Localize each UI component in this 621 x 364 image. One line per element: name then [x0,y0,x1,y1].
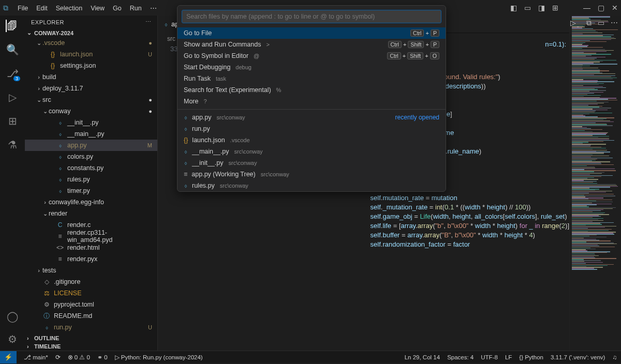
status-bar: ⚡ ⎇ main* ⟳ ⊗ 0 ⚠ 0 ⚭ 0 ▷ Python: Run.py… [0,351,621,363]
window-close-icon[interactable]: ✕ [612,4,618,12]
quick-open-command[interactable]: Run Tasktask [178,73,446,84]
tree-item[interactable]: ⚖LICENSE [25,287,157,299]
tree-item[interactable]: ⬨colors.py [25,151,157,162]
menu-bar: FileEditSelectionViewGoRun [13,4,146,12]
tree-item[interactable]: ≡render.cp311-win_amd64.pyd [25,231,157,242]
quick-open-command[interactable]: Show and Run Commands>Ctrl + Shift + P [178,39,446,50]
menu-file[interactable]: File [13,3,32,14]
tree-item[interactable]: ⓘREADME.md [25,310,157,322]
status-debug-target[interactable]: ▷ Python: Run.py (conway-2024) [115,354,203,361]
status-notifications-icon[interactable]: ♫ [612,354,617,360]
quick-open-file[interactable]: ⬨app.pysrc\conwayrecently opened [178,112,446,123]
tree-item[interactable]: ⬨app.pyM [25,140,157,151]
status-encoding[interactable]: UTF-8 [481,354,498,360]
sidebar-more-icon[interactable]: ⋯ [145,19,152,25]
status-ports[interactable]: ⚭ 0 [97,354,108,361]
title-layout-actions: ◧ ▭ ◨ ⊞ — ▢ ✕ [510,4,618,12]
timeline-section[interactable]: ›TIMELINE [25,342,157,351]
folder-root[interactable]: ⌄CONWAY-2024 [25,28,157,37]
diff-icon[interactable]: ▭ [598,19,604,28]
vscode-logo-icon: ⧉ [3,4,8,12]
quick-open-command[interactable]: Go to Symbol in Editor@Ctrl + Shift + O [178,50,446,62]
quick-open-input[interactable] [186,13,437,20]
tree-item[interactable]: ⌄render [25,208,157,219]
quick-open-input-wrap[interactable] [182,10,441,23]
menu-run[interactable]: Run [126,3,146,14]
quick-open-command[interactable]: Start Debuggingdebug [178,62,446,73]
editor-actions: ▷⌄ ⧉ ▭ ⋯ [570,19,618,28]
activity-bar: 🗐 🔍 ⎇3 ▷ ⊞ ⚗ ◯ ⚙ [0,16,25,351]
extensions-icon[interactable]: ⊞ [6,115,19,127]
minimap[interactable] [569,16,621,351]
run-file-icon[interactable]: ▷⌄ [570,19,580,28]
search-icon[interactable]: 🔍 [6,43,19,56]
layout-panel-icon[interactable]: ▭ [524,4,531,12]
accounts-icon[interactable]: ◯ [6,310,19,323]
status-sync-icon[interactable]: ⟳ [55,354,61,361]
sidebar-title: EXPLORER ⋯ [25,16,157,28]
tree-item[interactable]: {}settings.json [25,60,157,71]
remote-indicator[interactable]: ⚡ [0,351,17,363]
sidebar: EXPLORER ⋯ ⌄CONWAY-2024 ⌄.vscode●{}launc… [25,16,158,351]
code-fragment: n=0.1): [545,40,566,48]
file-tree: ⌄.vscode●{}launch.jsonU{}settings.json›b… [25,37,157,334]
tree-item[interactable]: ⬨run.pyU [25,322,157,333]
menu-go[interactable]: Go [109,3,126,14]
tree-item[interactable]: ≡render.pyx [25,253,157,265]
tree-item[interactable]: ⬨constants.py [25,162,157,174]
quick-open-file[interactable]: ⬨rules.pysrc\conway [178,180,446,191]
editor-more-icon[interactable]: ⋯ [611,19,618,28]
status-branch[interactable]: ⎇ main* [24,354,48,361]
menu-selection[interactable]: Selection [52,3,86,14]
quick-open-command[interactable]: More? [178,96,446,107]
tree-item[interactable]: <>render.html [25,242,157,253]
status-cursor-pos[interactable]: Ln 29, Col 14 [405,354,440,360]
tree-item[interactable]: ›conwaylife.egg-info [25,196,157,208]
tree-item[interactable]: ⚙pyproject.toml [25,299,157,310]
testing-icon[interactable]: ⚗ [6,139,19,151]
layout-sidebar-left-icon[interactable]: ◧ [510,4,517,12]
status-problems[interactable]: ⊗ 0 ⚠ 0 [68,354,90,361]
status-indent[interactable]: Spaces: 4 [447,354,474,360]
split-editor-icon[interactable]: ⧉ [586,19,592,28]
outline-section[interactable]: ›OUTLINE [25,334,157,342]
source-control-icon[interactable]: ⎇3 [6,67,19,80]
run-debug-icon[interactable]: ▷ [6,91,19,103]
quick-open-file[interactable]: ⬨__main__.pysrc\conway [178,146,446,157]
quick-open-file[interactable]: {}launch.json.vscode [178,134,446,146]
status-interpreter[interactable]: 3.11.7 ('.venv': venv) [551,354,605,360]
quick-open-file[interactable]: ≡app.py (Working Tree)src\conway [178,169,446,180]
tree-item[interactable]: ⬨__init__.py [25,117,157,128]
tree-item[interactable]: ⬨rules.py [25,174,157,185]
quick-open-command[interactable]: Search for Text (Experimental)% [178,84,446,96]
quick-open-file[interactable]: ⬨__init__.pysrc\conway [178,157,446,169]
quick-open: Go to FileCtrl + PShow and Run Commands>… [177,5,446,192]
tree-item[interactable]: ⬨__main__.py [25,128,157,140]
tree-item[interactable]: ◇.gitignore [25,276,157,287]
tree-item[interactable]: {}launch.jsonU [25,49,157,60]
explorer-icon[interactable]: 🗐 [6,20,18,32]
tree-item[interactable]: ⌄.vscode● [25,37,157,49]
window-maximize-icon[interactable]: ▢ [598,4,604,12]
tree-item[interactable]: ›build [25,71,157,83]
gear-icon[interactable]: ⚙ [6,333,19,345]
tree-item[interactable]: ⌄src● [25,94,157,105]
layout-sidebar-right-icon[interactable]: ◨ [538,4,545,12]
quick-open-command[interactable]: Go to FileCtrl + P [178,27,446,39]
window-minimize-icon[interactable]: — [583,4,590,12]
python-file-icon: ⬨ [164,20,168,28]
layout-customize-icon[interactable]: ⊞ [552,4,558,12]
status-language[interactable]: {} Python [519,354,543,360]
tree-item[interactable]: ⌄conway● [25,105,157,117]
menu-more[interactable]: ⋯ [146,2,161,14]
status-eol[interactable]: LF [505,354,512,360]
menu-view[interactable]: View [86,3,109,14]
menu-edit[interactable]: Edit [32,3,52,14]
quick-open-file[interactable]: ⬨run.py [178,123,446,134]
tree-item[interactable]: ⬨timer.py [25,185,157,196]
tree-item[interactable]: ›deploy_3.11.7 [25,83,157,94]
tree-item[interactable]: ›tests [25,265,157,276]
